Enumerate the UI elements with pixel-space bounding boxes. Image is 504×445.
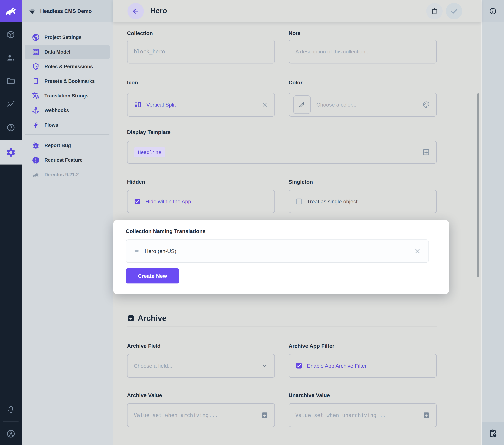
nav-divider bbox=[25, 134, 109, 135]
hidden-checkbox-label: Hide within the App bbox=[145, 198, 191, 205]
archive-app-filter-row[interactable]: Enable App Archive Filter bbox=[288, 354, 437, 378]
remove-translation-button[interactable] bbox=[414, 248, 421, 254]
translate-icon bbox=[32, 92, 40, 100]
main-header: Hero bbox=[113, 0, 481, 22]
add-template-field-button[interactable] bbox=[422, 148, 430, 156]
module-users[interactable] bbox=[0, 50, 22, 66]
vertical-split-icon bbox=[134, 101, 142, 109]
icon-select[interactable]: Vertical Split bbox=[127, 93, 275, 116]
nav-label: Presets & Bookmarks bbox=[44, 78, 95, 84]
info-icon bbox=[489, 7, 497, 15]
bell-icon bbox=[6, 405, 15, 414]
archive-app-filter-label: Archive App Filter bbox=[288, 343, 437, 349]
bolt-icon bbox=[32, 121, 40, 129]
archive-field-placeholder: Choose a field... bbox=[134, 363, 172, 369]
display-template-input[interactable]: Headline bbox=[127, 141, 437, 164]
singleton-checkbox-label: Treat as single object bbox=[307, 198, 358, 205]
anchor-icon bbox=[32, 106, 40, 115]
globe-icon bbox=[32, 33, 40, 41]
create-new-button[interactable]: Create New bbox=[126, 268, 179, 284]
hidden-checkbox-row[interactable]: Hide within the App bbox=[127, 190, 275, 213]
unarchive-value-label: Unarchive Value bbox=[288, 392, 437, 398]
vertical-scrollbar[interactable] bbox=[477, 93, 479, 277]
unarchive-up-icon bbox=[423, 411, 430, 419]
directus-version-rabbit-icon bbox=[32, 171, 40, 179]
hidden-field-label: Hidden bbox=[127, 179, 275, 185]
icon-value-label: Vertical Split bbox=[146, 102, 176, 108]
collection-input[interactable] bbox=[134, 49, 268, 55]
color-placeholder: Choose a color... bbox=[316, 102, 356, 108]
archive-field-select[interactable]: Choose a field... bbox=[127, 354, 275, 378]
nav-item-version: Directus 9.21.2 bbox=[22, 167, 113, 182]
directus-settings-screen: Headless CMS Demo Project Settings Data … bbox=[0, 0, 504, 445]
save-button[interactable] bbox=[446, 3, 462, 19]
gear-icon bbox=[6, 147, 16, 157]
display-template-label: Display Template bbox=[127, 129, 275, 135]
unarchive-value-input[interactable] bbox=[295, 412, 423, 418]
singleton-checkbox-row[interactable]: Treat as single object bbox=[288, 190, 437, 213]
checkbox-checked-icon bbox=[295, 362, 303, 369]
template-chip-headline[interactable]: Headline bbox=[134, 147, 165, 157]
notifications-button[interactable] bbox=[0, 402, 22, 418]
eyedropper-button[interactable] bbox=[293, 95, 311, 114]
bug-icon bbox=[32, 141, 40, 150]
nav-label: Report Bug bbox=[44, 143, 71, 148]
check-icon bbox=[450, 7, 458, 16]
collection-field-label: Collection bbox=[127, 30, 275, 36]
clear-icon-button[interactable] bbox=[262, 101, 268, 108]
nav-label: Webhooks bbox=[44, 108, 69, 113]
module-insights[interactable] bbox=[0, 97, 22, 112]
nav-item-translation-strings[interactable]: Translation Strings bbox=[22, 88, 113, 103]
palette-icon bbox=[423, 101, 430, 108]
nav-item-flows[interactable]: Flows bbox=[22, 118, 113, 132]
project-header[interactable]: Headless CMS Demo bbox=[22, 0, 113, 22]
archive-value-label: Archive Value bbox=[127, 392, 275, 398]
nav-item-webhooks[interactable]: Webhooks bbox=[22, 103, 113, 118]
checkbox-blank-icon bbox=[295, 198, 303, 205]
bookmark-icon bbox=[32, 77, 40, 85]
cube-icon bbox=[6, 30, 15, 39]
collection-input-box bbox=[127, 39, 275, 63]
nav-item-data-model[interactable]: Data Model bbox=[22, 45, 113, 59]
nav-label: Request Feature bbox=[44, 157, 83, 163]
nav-item-project-settings[interactable]: Project Settings bbox=[22, 30, 113, 45]
arrow-left-icon bbox=[132, 7, 139, 15]
signal-icon bbox=[28, 7, 36, 15]
user-circle-icon bbox=[6, 429, 16, 438]
page-title: Hero bbox=[150, 6, 167, 15]
nav-item-presets-bookmarks[interactable]: Presets & Bookmarks bbox=[22, 74, 113, 88]
add-box-icon bbox=[422, 148, 430, 156]
nav-item-roles-permissions[interactable]: Roles & Permissions bbox=[22, 59, 113, 74]
module-help[interactable] bbox=[0, 120, 22, 135]
translation-list-item[interactable]: Hero (en-US) bbox=[126, 239, 429, 263]
directus-logo[interactable] bbox=[0, 0, 22, 22]
nav-item-report-bug[interactable]: Report Bug bbox=[22, 138, 113, 153]
module-settings[interactable] bbox=[0, 140, 22, 165]
back-button[interactable] bbox=[127, 3, 144, 19]
user-avatar[interactable] bbox=[0, 426, 22, 442]
nav-label: Roles & Permissions bbox=[44, 64, 93, 69]
settings-nav-sidebar: Headless CMS Demo Project Settings Data … bbox=[22, 0, 113, 445]
revisions-sidebar-toggle[interactable] bbox=[482, 422, 504, 445]
new-releases-icon bbox=[32, 156, 40, 164]
clipboard-clock-icon bbox=[489, 429, 497, 438]
drag-handle-icon[interactable] bbox=[133, 248, 140, 255]
archive-value-input[interactable] bbox=[134, 412, 261, 418]
singleton-field-label: Singleton bbox=[288, 179, 437, 185]
nav-label: Project Settings bbox=[44, 35, 81, 40]
archive-heading-text: Archive bbox=[138, 314, 166, 323]
translation-item-label: Hero (en-US) bbox=[144, 248, 176, 254]
checkbox-checked-icon bbox=[134, 198, 141, 205]
info-sidebar-toggle[interactable] bbox=[482, 0, 504, 22]
close-icon bbox=[414, 248, 421, 254]
palette-button[interactable] bbox=[423, 101, 430, 108]
module-bar bbox=[0, 0, 22, 445]
nav-item-request-feature[interactable]: Request Feature bbox=[22, 153, 113, 167]
module-files[interactable] bbox=[0, 73, 22, 89]
note-input[interactable] bbox=[295, 49, 430, 55]
delete-collection-button[interactable] bbox=[426, 3, 443, 19]
color-input-box[interactable]: Choose a color... bbox=[288, 93, 437, 116]
archive-icon bbox=[127, 314, 135, 322]
module-content[interactable] bbox=[0, 27, 22, 42]
nav-label: Data Model bbox=[44, 49, 70, 55]
